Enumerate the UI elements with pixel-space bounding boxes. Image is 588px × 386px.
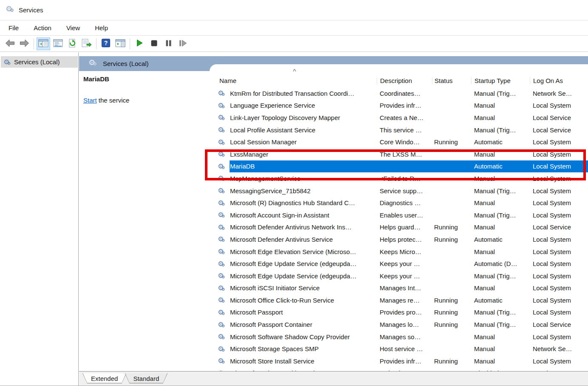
service-row[interactable]: LxssManager The LXSS M… Manual Local Sys… [210, 148, 588, 160]
service-row[interactable]: KtmRm for Distributed Transaction Coordi… [210, 87, 588, 100]
service-name-cell: Microsoft Office Click-to-Run Service [230, 294, 377, 306]
back-button[interactable] [3, 37, 17, 50]
service-row[interactable]: Microsoft iSCSI Initiator Service Manage… [210, 282, 588, 295]
arrow-left-icon [5, 39, 15, 49]
service-gear-icon [218, 101, 226, 110]
properties-button[interactable] [51, 37, 65, 50]
show-action-pane-button[interactable] [114, 37, 127, 50]
column-header-startup-type[interactable]: Startup Type [471, 77, 530, 84]
service-gear-icon [218, 126, 226, 134]
service-status-cell: Running [432, 233, 471, 246]
service-startup-cell: Manual [471, 100, 530, 112]
service-gear-icon [218, 272, 226, 280]
column-header-status[interactable]: Status [432, 77, 471, 84]
service-row[interactable]: Microsoft Defender Antivirus Network Ins… [210, 221, 588, 234]
service-logon-cell: Local System [530, 233, 588, 246]
service-row[interactable]: Microsoft Software Shadow Copy Provider … [210, 331, 588, 343]
menu-item-view[interactable]: View [64, 23, 82, 33]
service-status-cell: Running [432, 318, 471, 331]
column-header-log-on-as[interactable]: Log On As [530, 77, 588, 84]
start-service-button[interactable] [133, 37, 146, 50]
service-gear-icon [218, 357, 226, 365]
service-startup-cell: Manual (Trig… [471, 318, 530, 331]
pause-service-button[interactable] [162, 37, 175, 50]
refresh-button[interactable] [65, 37, 79, 50]
panel-header-title: Services (Local) [103, 60, 149, 67]
column-header-name[interactable]: Name [210, 77, 377, 84]
menu-item-file[interactable]: File [6, 23, 21, 33]
service-row[interactable]: Microsoft Edge Update Service (edgeupda…… [210, 257, 588, 270]
service-name-cell: Microsoft Store Install Service [230, 355, 377, 367]
service-status-cell [432, 148, 471, 160]
service-row[interactable]: Microsoft Account Sign-in Assistant Enab… [210, 209, 588, 221]
console-tree-icon [38, 39, 48, 49]
service-name-cell: Microsoft Account Sign-in Assistant [230, 209, 377, 221]
service-status-cell: Running [432, 306, 471, 319]
tree-item-services-local[interactable]: Services (Local) [1, 56, 78, 68]
service-row[interactable]: Language Experience Service Provides inf… [210, 100, 588, 112]
service-status-cell [432, 331, 471, 343]
service-row[interactable]: Link-Layer Topology Discovery Mapper Cre… [210, 112, 588, 124]
help-button[interactable]: ? [99, 37, 113, 50]
service-startup-cell: Manual (Trig… [471, 87, 530, 100]
restart-service-button[interactable] [176, 37, 190, 50]
service-row[interactable]: MariaDB Automatic Local System [210, 160, 588, 173]
service-logon-cell: Local System [530, 197, 588, 209]
toolbar-separator [96, 38, 97, 49]
forward-button[interactable] [17, 37, 31, 50]
service-startup-cell: Manual [471, 112, 530, 124]
service-desc-cell: Host service … [377, 343, 432, 355]
tree-item-label: Services (Local) [14, 58, 60, 66]
service-row[interactable]: McpManagementService <Failed to R… Manua… [210, 172, 588, 185]
tab-standard[interactable]: Standard [125, 373, 168, 383]
service-name-cell: Microsoft Passport [230, 306, 377, 319]
service-desc-cell [377, 160, 432, 173]
service-row[interactable]: Local Profile Assistant Service This ser… [210, 124, 588, 136]
service-row[interactable]: Microsoft (R) Diagnostics Hub Standard C… [210, 197, 588, 209]
toolbar-separator [130, 38, 130, 49]
service-logon-cell: Local System [530, 294, 588, 306]
service-row[interactable]: Microsoft Passport Provides pro… Running… [210, 306, 588, 319]
column-header-description[interactable]: Description [377, 77, 432, 84]
service-row[interactable]: Microsoft Edge Elevation Service (Micros… [210, 246, 588, 258]
service-desc-cell: Provides infr… [377, 355, 432, 367]
service-gear-icon [218, 320, 226, 329]
service-row[interactable]: Microsoft Store Install Service Provides… [210, 355, 588, 367]
service-startup-cell: Manual [471, 331, 530, 343]
service-action-text: Start the service [83, 97, 129, 104]
service-row[interactable]: Microsoft Storage Spaces SMP Host servic… [210, 343, 588, 355]
menu-item-action[interactable]: Action [31, 23, 54, 33]
service-gear-icon [218, 223, 226, 232]
tab-extended[interactable]: Extended [82, 373, 126, 383]
stop-service-button[interactable] [147, 37, 161, 50]
service-name-cell: MessagingService_71b5842 [230, 185, 377, 197]
service-row[interactable]: Microsoft Defender Antivirus Service Hel… [210, 233, 588, 246]
service-status-cell [432, 160, 471, 173]
menu-item-help[interactable]: Help [93, 23, 110, 33]
export-list-button[interactable] [80, 37, 94, 50]
service-logon-cell: Local System [530, 172, 588, 185]
main-body: Services (Local) Services (Local) MariaD… [0, 52, 588, 386]
service-desc-cell: Coordinates… [377, 87, 432, 100]
service-status-cell [432, 172, 471, 185]
refresh-icon [68, 39, 77, 49]
service-logon-cell: Local Service [530, 318, 588, 331]
console-tree-panel: Services (Local) [0, 52, 79, 386]
service-name-cell: Microsoft Storage Spaces SMP [230, 343, 377, 355]
service-name-cell: Microsoft Edge Update Service (edgeupda… [230, 270, 377, 282]
service-row[interactable]: Local Session Manager Core Windo… Runnin… [210, 136, 588, 148]
service-row[interactable]: Microsoft Edge Update Service (edgeupda…… [210, 270, 588, 282]
window-title: Services [19, 6, 43, 14]
service-row[interactable]: Microsoft Office Click-to-Run Service Ma… [210, 294, 588, 306]
start-service-link[interactable]: Start [83, 97, 97, 104]
service-row[interactable]: Microsoft Passport Container Manages lo…… [210, 318, 588, 331]
service-desc-cell: Helps guard… [377, 221, 432, 234]
service-name-cell: Local Session Manager [230, 136, 377, 148]
service-row[interactable]: MessagingService_71b5842 Service supp… M… [210, 185, 588, 197]
service-desc-cell: Provides infr… [377, 100, 432, 112]
service-action-rest: the service [97, 97, 130, 104]
action-pane-icon [115, 39, 125, 49]
service-startup-cell: Manual (Trig… [471, 270, 530, 282]
show-console-tree-button[interactable] [37, 37, 50, 50]
list-header: Name Description Status Startup Type Log… [210, 64, 588, 87]
